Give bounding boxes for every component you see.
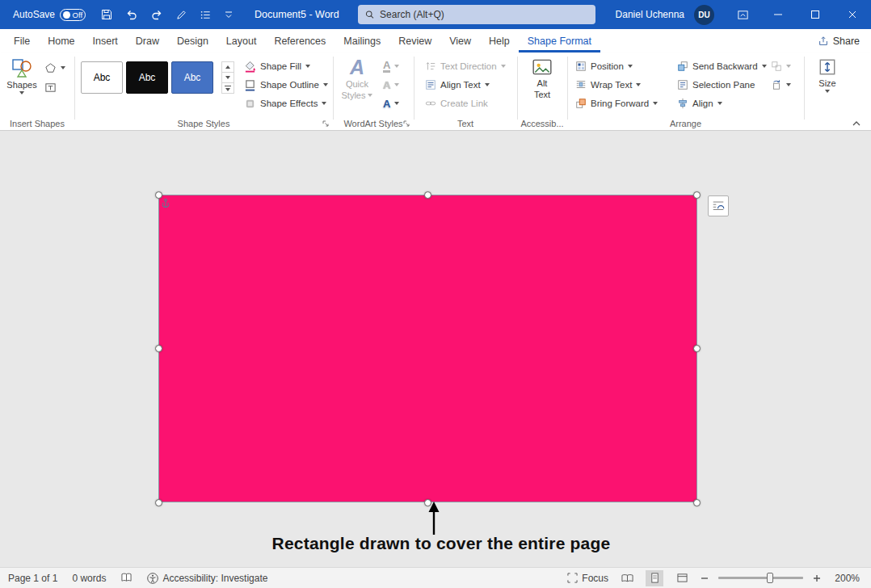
search-bar[interactable] [358,5,595,24]
shape-outline-label: Shape Outline [260,80,319,90]
tab-shape-format[interactable]: Shape Format [519,29,600,52]
save-button[interactable] [100,8,113,21]
shape-style-option-3[interactable]: Abc [171,61,213,94]
print-layout-button[interactable] [646,570,663,586]
selected-rectangle-shape[interactable] [158,195,697,502]
proofing-button[interactable] [120,573,133,583]
resize-handle-top-left[interactable] [155,191,162,199]
minimize-button[interactable] [759,0,797,29]
layout-options-button[interactable] [708,195,729,216]
dropdown-arrow-icon [636,83,641,86]
ribbon-display-options-button[interactable] [726,0,759,29]
user-avatar[interactable]: DU [694,5,714,25]
gallery-scroll-down-button[interactable] [222,73,234,83]
status-bar: Page 1 of 1 0 words Accessibility: Inves… [0,567,871,588]
send-backward-button[interactable]: Send Backward [677,58,767,74]
word-count[interactable]: 0 words [72,573,106,584]
text-outline-button[interactable]: A [383,77,399,93]
gallery-more-button[interactable] [222,83,234,93]
title-bar: AutoSave Off [0,0,871,29]
bring-forward-button[interactable]: Bring Forward [575,95,658,111]
shapes-button[interactable]: Shapes [4,57,40,94]
zoom-level[interactable]: 200% [831,573,860,584]
align-text-button[interactable]: Align Text [425,77,490,93]
create-link-button[interactable]: Create Link [425,95,488,111]
shape-outline-button[interactable]: Shape Outline [244,77,328,93]
undo-button[interactable] [125,8,138,21]
tab-references[interactable]: References [265,29,335,52]
rotate-objects-button[interactable] [771,77,791,93]
autosave-toggle[interactable]: AutoSave Off [13,9,86,21]
gallery-scroll-up-button[interactable] [222,62,234,73]
size-button[interactable]: Size [810,57,844,93]
shape-style-gallery: Abc Abc Abc [81,61,213,94]
group-objects-button[interactable] [771,58,791,74]
alt-text-button[interactable]: Alt Text [525,57,559,99]
quick-styles-button[interactable]: A Quick Styles [338,57,377,100]
tab-home[interactable]: Home [39,29,83,52]
text-fill-button[interactable]: A [383,58,399,74]
autosave-switch[interactable]: Off [60,9,86,21]
dropdown-arrow-icon [368,94,372,97]
share-button[interactable]: Share [818,29,860,52]
search-input[interactable] [380,9,589,20]
edit-shape-button[interactable] [44,60,65,76]
tab-mailings[interactable]: Mailings [335,29,389,52]
wordart-dialog-launcher[interactable] [402,120,410,128]
tab-insert[interactable]: Insert [84,29,127,52]
maximize-button[interactable] [797,0,834,29]
resize-handle-middle-left[interactable] [155,345,162,352]
autosave-label: AutoSave [13,9,55,20]
focus-button[interactable]: Focus [567,573,608,584]
selection-pane-button[interactable]: Selection Pane [677,77,755,93]
resize-handle-bottom-left[interactable] [155,499,162,506]
titlebar-right: Daniel Uchenna DU [616,0,871,29]
text-outline-icon: A [383,80,390,90]
shape-effects-button[interactable]: Shape Effects [244,95,326,111]
zoom-in-button[interactable] [813,574,821,582]
shape-style-option-2[interactable]: Abc [126,61,168,94]
zoom-slider-thumb[interactable] [767,573,773,583]
tab-layout[interactable]: Layout [217,29,266,52]
focus-icon [567,573,578,583]
shapes-icon [11,57,32,78]
read-mode-button[interactable] [618,570,636,586]
resize-handle-top-right[interactable] [693,191,701,199]
shapes-label: Shapes [6,80,36,90]
minimize-icon [773,10,783,19]
redo-button[interactable] [150,8,163,21]
shape-style-option-1[interactable]: Abc [81,61,123,94]
wrap-text-button[interactable]: Wrap Text [575,77,641,93]
tab-design[interactable]: Design [168,29,217,52]
page-indicator[interactable]: Page 1 of 1 [8,573,57,584]
align-text-icon [425,79,436,90]
collapse-ribbon-button[interactable] [852,120,861,127]
tab-draw[interactable]: Draw [127,29,168,52]
triangle-down-icon [225,76,230,79]
group-shape-styles: Abc Abc Abc Shape Fill Shape Outline [74,52,333,130]
text-box-button[interactable] [44,79,57,95]
draw-mode-button[interactable] [175,9,187,21]
accessibility-status[interactable]: Accessibility: Investigate [147,573,267,584]
customize-qat-button[interactable] [224,10,234,19]
zoom-out-button[interactable] [701,574,709,582]
shape-fill-button[interactable]: Shape Fill [244,58,310,74]
resize-handle-bottom-right[interactable] [693,499,701,506]
resize-handle-middle-right[interactable] [693,345,701,352]
resize-handle-top-center[interactable] [424,191,431,199]
text-direction-button[interactable]: Text Direction [425,58,506,74]
align-button[interactable]: Align [677,95,722,111]
bullet-list-button[interactable] [200,9,212,21]
tab-help[interactable]: Help [480,29,519,52]
dropdown-arrow-icon [717,102,722,105]
zoom-slider[interactable] [718,577,803,579]
close-button[interactable] [834,0,871,29]
tab-view[interactable]: View [440,29,480,52]
tab-review[interactable]: Review [389,29,440,52]
text-effects-button[interactable]: A [383,95,399,111]
web-layout-button[interactable] [673,570,691,586]
group-label-wordart-styles: WordArt Styles [333,119,414,128]
tab-file[interactable]: File [5,29,39,52]
position-button[interactable]: Position [575,58,633,74]
shape-styles-dialog-launcher[interactable] [322,120,330,128]
